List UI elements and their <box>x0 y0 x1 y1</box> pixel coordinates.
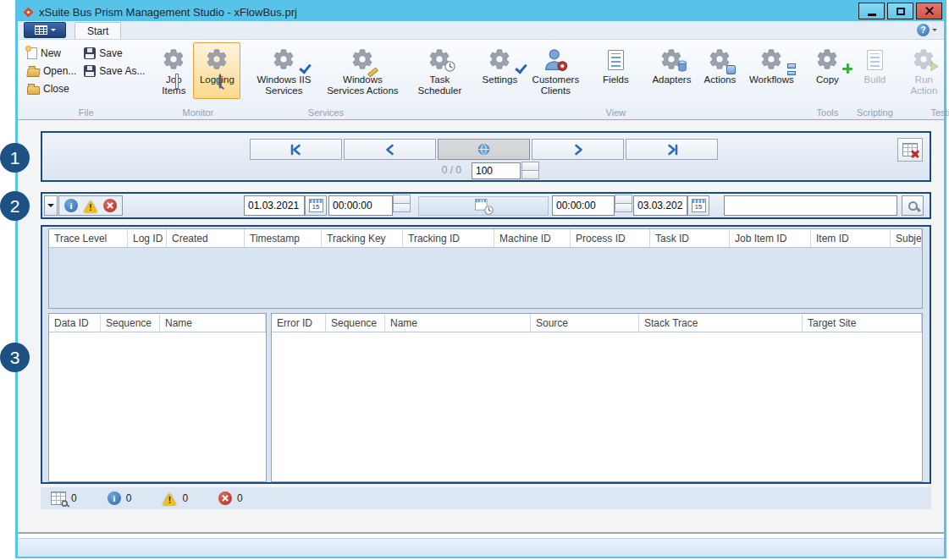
last-page-button[interactable] <box>626 139 718 160</box>
app-menu-button[interactable] <box>24 22 66 38</box>
task-scheduler-button[interactable]: Task Scheduler <box>411 42 468 99</box>
main-content: 0 / 0 i ! 15 <box>18 120 944 532</box>
help-button[interactable]: ? <box>917 24 937 36</box>
info-filter-toggle[interactable]: i <box>64 199 78 212</box>
page-size-input[interactable] <box>472 162 521 179</box>
time-from-input[interactable] <box>328 195 393 216</box>
column-header[interactable]: Tracking Key <box>322 229 403 247</box>
column-header[interactable]: Source <box>531 314 639 332</box>
column-header[interactable]: Created <box>167 229 245 247</box>
group-label-scripting: Scripting <box>853 107 896 119</box>
column-header[interactable]: Data ID <box>49 314 101 332</box>
filter-dropdown-button[interactable] <box>44 195 58 216</box>
log-tables-panel: Trace Level Log ID Created Timestamp Tra… <box>41 225 931 484</box>
column-header[interactable]: Sequence <box>326 314 385 332</box>
run-action-button[interactable]: Run Action <box>902 42 945 99</box>
grid-search-icon <box>51 491 66 505</box>
log-table-body[interactable] <box>49 248 922 308</box>
column-header[interactable]: Task ID <box>650 229 730 247</box>
app-logo-icon <box>23 7 34 18</box>
settings-button[interactable]: Settings <box>475 42 524 99</box>
ribbon-group-scheduler: Task Scheduler <box>408 42 471 119</box>
column-header[interactable]: Trace Level <box>49 229 128 247</box>
column-header[interactable]: Name <box>160 314 266 332</box>
data-table-body[interactable] <box>49 332 266 481</box>
next-page-button[interactable] <box>532 139 624 160</box>
job-items-button[interactable]: Job Items <box>155 42 192 99</box>
calendar-icon: 15 <box>692 199 706 212</box>
adapters-button[interactable]: Adapters <box>645 42 698 99</box>
date-from-calendar-button[interactable]: 15 <box>305 195 327 216</box>
date-to-input[interactable] <box>633 195 687 216</box>
time-to-input[interactable] <box>552 195 615 216</box>
maximize-button[interactable] <box>887 3 913 19</box>
date-from-input[interactable] <box>244 195 305 216</box>
calendar-clock-icon <box>475 199 492 213</box>
column-header[interactable]: Error ID <box>272 314 326 332</box>
minimize-button[interactable] <box>858 3 885 19</box>
spinner-down-button[interactable] <box>521 170 539 179</box>
copy-label: Copy <box>816 74 839 97</box>
column-header[interactable]: Timestamp <box>245 229 322 247</box>
windows-services-actions-button[interactable]: Windows Services Actions <box>321 42 404 99</box>
info-count: 0 <box>126 492 132 504</box>
column-header[interactable]: Sequence <box>101 314 160 332</box>
column-header[interactable]: Stack Trace <box>639 314 803 332</box>
first-page-icon <box>289 142 304 157</box>
save-label: Save <box>99 47 122 59</box>
column-header[interactable]: Name <box>385 314 531 332</box>
gear-clock-icon <box>444 61 455 74</box>
gear-list-icon <box>175 74 179 89</box>
column-header[interactable]: Item ID <box>811 229 891 247</box>
column-header[interactable]: Target Site <box>803 314 922 332</box>
error-icon <box>218 491 232 505</box>
group-label-config <box>475 107 586 119</box>
date-to-calendar-button[interactable]: 15 <box>687 195 709 216</box>
error-filter-toggle[interactable] <box>103 199 117 212</box>
save-as-button[interactable]: Save As... <box>80 63 148 80</box>
tab-start[interactable]: Start <box>74 22 121 39</box>
new-button[interactable]: New <box>24 46 80 62</box>
new-page-icon <box>27 47 37 59</box>
time-to-spinner[interactable] <box>615 195 632 212</box>
open-button[interactable]: Open... <box>24 63 80 80</box>
warning-filter-toggle[interactable]: ! <box>83 199 98 212</box>
search-button[interactable] <box>902 195 924 216</box>
ribbon-tab-row: Start ? <box>18 21 944 40</box>
workflows-button[interactable]: Workflows <box>742 42 801 99</box>
apply-time-range-button[interactable] <box>418 196 549 216</box>
column-header[interactable]: Tracking ID <box>403 229 494 247</box>
warning-icon: ! <box>162 491 177 505</box>
fields-button[interactable]: Fields <box>593 42 638 99</box>
time-from-spinner[interactable] <box>393 195 411 212</box>
copy-button[interactable]: Copy <box>808 42 847 99</box>
stop-action-button[interactable]: Stop Action <box>946 42 949 99</box>
search-input[interactable] <box>724 195 897 216</box>
column-header[interactable]: Process ID <box>571 229 650 247</box>
previous-page-button[interactable] <box>344 139 436 160</box>
spinner-down-button[interactable] <box>615 203 632 212</box>
refresh-button[interactable] <box>438 139 530 160</box>
logging-button[interactable]: Logging <box>193 42 240 99</box>
save-as-label: Save As... <box>99 65 145 77</box>
customers-clients-button[interactable]: Customers Clients <box>525 42 586 99</box>
column-header[interactable]: Job Item ID <box>730 229 811 247</box>
actions-button[interactable]: Actions <box>698 42 741 99</box>
column-header[interactable]: Log ID <box>128 229 167 247</box>
group-label-services: Services <box>247 107 404 119</box>
error-icon <box>107 202 113 209</box>
close-file-button[interactable]: Close <box>24 81 80 97</box>
close-button[interactable] <box>916 3 942 19</box>
gear-square-icon <box>726 65 736 74</box>
column-header[interactable]: Machine ID <box>494 229 571 247</box>
clear-grid-button[interactable] <box>897 138 923 162</box>
first-page-button[interactable] <box>250 139 342 160</box>
windows-iis-services-button[interactable]: Windows IIS Services <box>247 42 320 99</box>
page-size-spinner[interactable] <box>521 162 539 179</box>
error-table-body[interactable] <box>272 332 922 481</box>
column-header[interactable]: Subject <box>891 229 922 247</box>
build-button[interactable]: Build <box>853 42 896 99</box>
spinner-down-button[interactable] <box>393 203 411 212</box>
save-button[interactable]: Save <box>80 46 148 62</box>
open-label: Open... <box>43 65 76 77</box>
